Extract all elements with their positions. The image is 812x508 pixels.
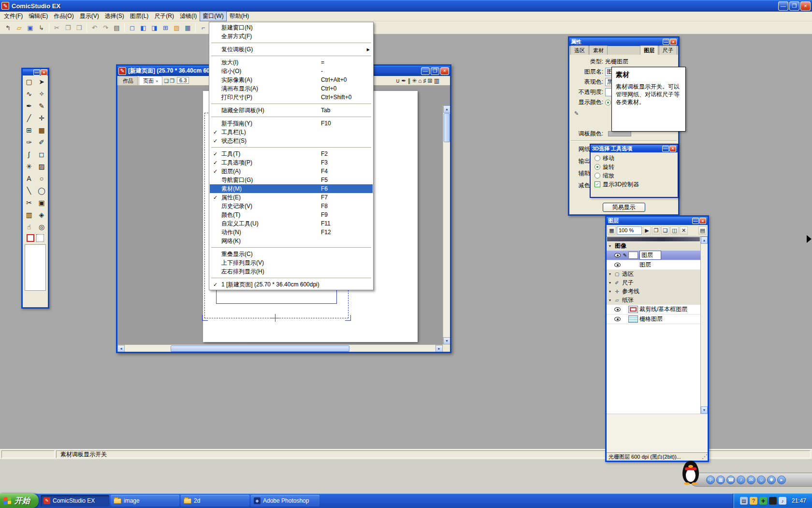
gradient-tool[interactable]: ▥ <box>23 209 35 221</box>
airbrush-tool[interactable]: ✳ <box>23 160 35 172</box>
color-palette-icon[interactable]: ▨ <box>172 23 182 33</box>
print-icon[interactable]: ▤ <box>112 23 122 33</box>
magnet-icon[interactable]: ∪ <box>395 77 400 84</box>
palette-color-swatch[interactable] <box>608 131 631 136</box>
window-split-icon[interactable]: ◧ <box>138 23 148 33</box>
minimize-button[interactable]: — <box>778 1 788 11</box>
window-menu-item[interactable]: 复位调板(G)▶ <box>210 45 373 54</box>
window-tile-icon[interactable]: ◨ <box>149 23 160 33</box>
window-menu-item[interactable]: 新建窗口(N) <box>210 23 373 32</box>
mail-icon[interactable]: ✉ <box>747 476 755 484</box>
new-layer-icon[interactable]: ❏ <box>661 226 669 235</box>
pencil-tool[interactable]: ✎ <box>35 100 48 112</box>
foreground-color-swatch[interactable] <box>27 234 34 242</box>
window-menu-item[interactable]: ✓工具选项(P)F3 <box>210 158 373 167</box>
menubar-item-7[interactable]: 尺子(R) <box>151 11 177 21</box>
scroll-left-button[interactable]: ◄ <box>117 345 125 352</box>
layer-group-row[interactable]: ▼图像 <box>607 242 708 251</box>
menubar-item-6[interactable]: 图层(L) <box>127 11 152 21</box>
window-menu-item[interactable]: 缩小(O)- <box>210 67 373 75</box>
layers-scroll-up-button[interactable]: ▲ <box>701 237 708 244</box>
menubar-item-5[interactable]: 选择(S) <box>102 11 127 21</box>
window-menu-item[interactable]: 全屏方式(F) <box>210 32 373 41</box>
brush-tool[interactable]: ✐ <box>35 136 48 148</box>
properties-tab-图层[interactable]: 图层 <box>640 45 658 55</box>
window-menu-item[interactable]: 重叠显示(C) <box>210 250 373 258</box>
copy-icon[interactable]: ❐ <box>63 23 73 33</box>
document-close-button[interactable]: × <box>440 67 449 75</box>
frame-tool[interactable]: ◈ <box>35 209 48 221</box>
eyedropper-tool[interactable]: ✑ <box>23 136 35 148</box>
thumbnail-view-icon[interactable]: ▦ <box>608 226 616 235</box>
layer-group-row[interactable]: ▼✐尺子 <box>607 279 708 287</box>
window-menu-item[interactable]: 动作(N)F12 <box>210 228 373 237</box>
layer-row[interactable]: ✎图层 <box>607 251 708 260</box>
visibility-eye-icon[interactable] <box>613 263 622 267</box>
expand-triangle-icon[interactable]: ▼ <box>607 281 613 284</box>
ime-chinese-icon[interactable]: 中 <box>706 476 715 484</box>
expand-triangle-icon[interactable]: ▼ <box>607 272 613 276</box>
window-menu-item[interactable]: 上下排列显示(V) <box>210 258 373 267</box>
page-layout-icon[interactable]: ❏ <box>164 78 169 84</box>
save-icon[interactable]: ▣ <box>25 23 35 33</box>
zoom-value-field[interactable]: 6.3 <box>177 77 189 84</box>
hand-tool[interactable]: ☝ <box>23 221 35 233</box>
window-menu-item[interactable]: 满画布显示(A)Ctrl+0 <box>210 84 373 93</box>
keyboard-icon[interactable]: ▦ <box>716 476 725 484</box>
menubar-item-9[interactable]: 窗口(W) <box>200 11 226 21</box>
resize-grip[interactable] <box>701 454 707 460</box>
vertical-scrollbar[interactable]: ▲ ▼ <box>443 105 450 344</box>
eraser-tool[interactable]: ◻ <box>35 148 48 160</box>
window-menu-item[interactable]: ✓工具(T)F2 <box>210 149 373 158</box>
expand-triangle-icon[interactable]: ▼ <box>607 244 613 248</box>
pen-tool[interactable]: ✒ <box>23 100 35 112</box>
visibility-eye-icon[interactable] <box>613 253 622 257</box>
tray-volume-icon[interactable]: ♪ <box>779 497 786 505</box>
properties-tab-素材[interactable]: 素材 <box>589 45 608 55</box>
ruler-icon[interactable]: ⌐ <box>198 23 208 33</box>
layer-group-row[interactable]: ▼▢选区 <box>607 270 708 279</box>
phone-icon[interactable]: ☎ <box>726 476 735 484</box>
scroll-up-button[interactable]: ▲ <box>443 105 450 113</box>
layer-zoom-select[interactable]: 100 % <box>617 226 642 235</box>
parallel-ruler-icon[interactable]: ∥ <box>407 77 410 84</box>
window-menu-item[interactable]: 素材(M)F6 <box>210 184 373 193</box>
pen-ruler-icon[interactable]: ✒ <box>401 77 406 84</box>
window-menu-item[interactable]: 打印尺寸(P)Ctrl+Shift+0 <box>210 93 373 102</box>
menubar-item-3[interactable]: 作品(O) <box>51 11 76 21</box>
layers-scroll-down-button[interactable]: ▼ <box>701 406 708 414</box>
scroll-right-button[interactable]: ► <box>435 345 443 352</box>
export-icon[interactable]: ↳ <box>36 23 46 33</box>
page-grid-icon[interactable]: ▦ <box>183 23 193 33</box>
taskbar-button-image[interactable]: image <box>111 495 179 507</box>
properties-minimize-button[interactable]: — <box>663 39 669 45</box>
simple-view-button[interactable]: 简易显示 <box>603 203 645 212</box>
tray-antivirus-icon[interactable]: ✚ <box>759 497 767 505</box>
tool-option-移动[interactable]: 移动 <box>594 154 674 163</box>
layer-group-row[interactable]: ▼▱纸张 <box>607 296 708 305</box>
line-tool[interactable]: ╲ <box>23 184 35 196</box>
properties-tab-选区[interactable]: 选区 <box>570 45 589 55</box>
layer-row[interactable]: 栅格图层 <box>607 314 708 324</box>
display-color-radio[interactable] <box>605 100 611 105</box>
perspective-ruler-icon[interactable]: ⌂ <box>418 77 421 84</box>
window-menu-item[interactable]: 放大(I)= <box>210 58 373 67</box>
document-maximize-button[interactable]: ❐ <box>431 67 439 75</box>
document-minimize-button[interactable]: — <box>421 67 430 75</box>
taskbar-button-comicstudio-ex[interactable]: ✎ComicStudio EX <box>41 495 109 507</box>
menubar-item-4[interactable]: 显示(V) <box>77 11 102 21</box>
window-menu-item[interactable]: 历史记录(V)F8 <box>210 202 373 210</box>
close-button[interactable]: × <box>800 1 811 11</box>
grid-tool[interactable]: ⊞ <box>23 124 35 136</box>
tray-display-icon[interactable]: ▤ <box>740 497 748 505</box>
magic-wand-tool[interactable]: ✧ <box>35 88 48 100</box>
maximize-button[interactable]: ❐ <box>789 1 799 11</box>
layers-titlebar[interactable]: 图层 — × <box>607 217 708 225</box>
symmetry-ruler-icon[interactable]: ♯ <box>423 77 426 84</box>
toolbox-close-button[interactable]: × <box>41 69 47 75</box>
properties-close-button[interactable]: × <box>670 39 677 45</box>
ink-tool[interactable]: ∫ <box>23 148 35 160</box>
window-menu-item[interactable]: 导航窗口(G)F5 <box>210 176 373 184</box>
window-menu-item[interactable]: 隐藏全部调板(H)Tab <box>210 106 373 115</box>
window-grid-icon[interactable]: ⊞ <box>160 23 171 33</box>
